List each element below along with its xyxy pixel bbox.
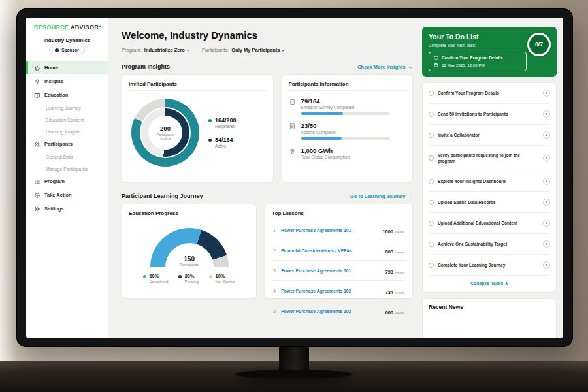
program-filter-value: Industrialize Zero [144,47,185,53]
legend-value: 164/200 [215,117,237,123]
views-suffix: views [395,311,404,315]
task-checkbox[interactable] [429,221,434,226]
donut-center: 200 Participants Invited [148,116,182,150]
sponsor-badge[interactable]: Sponsor [49,46,84,54]
participants-filter-label: Participants: [202,47,229,53]
filter-bar: Program: Industrialize Zero ▾ Participan… [122,47,413,53]
chevron-right-icon[interactable]: › [543,199,550,206]
task-label: Verify participants requesting to join t… [438,152,524,164]
task-row[interactable]: Send 50 Invitations to Participants › [429,104,550,125]
collapse-tasks-link[interactable]: Collapse Tasks ∧ [429,276,550,292]
legend-value: 30% [184,273,199,279]
link-label: Check More Insights [357,64,405,70]
task-label: Confirm Your Program Details [438,90,524,96]
task-checkbox[interactable] [429,133,434,138]
lesson-views: 793 [385,269,393,275]
views-suffix: views [395,250,404,254]
lesson-link[interactable]: Financial Considerations - VPPAs [281,248,352,253]
lesson-link[interactable]: Power Purchase Agreements 103 [281,309,351,314]
lesson-link[interactable]: Power Purchase Agreements 101 [281,228,351,233]
learning-cards-row: Education Progress 150 Participants 60% [122,204,413,299]
task-row[interactable]: Invite a Collaborator › [429,125,550,146]
logo-plus: + [99,24,101,29]
legend-name: Not Started [215,280,235,284]
chevron-right-icon[interactable]: › [543,220,550,227]
lesson-row: 1 Power Purchase Agreements 101 1000view… [272,220,406,240]
progress-bar-track [301,112,389,115]
calendar-icon [434,63,438,67]
chevron-right-icon[interactable]: › [543,155,550,162]
sidebar-item-learning-insights[interactable]: Learning Insights [26,125,108,137]
sidebar-item-general-data[interactable]: General Data [26,151,108,163]
recent-news-card: Recent News [422,298,557,338]
participants-filter-dropdown[interactable]: Participants: Only My Participants ▾ [202,47,284,53]
program-filter-label: Program: [122,47,142,53]
org-name: Industry Dynamics [26,37,108,43]
donut-center-value: 200 [160,125,171,132]
views-suffix: views [395,291,404,295]
task-row[interactable]: Verify participants requesting to join t… [429,146,550,171]
sidebar-item-label: Manage Participants [46,167,88,171]
lesson-views: 803 [385,249,393,255]
task-label: Explore Your Insights Dashboard [438,178,524,184]
task-checkbox[interactable] [429,112,434,117]
sidebar-item-label: Program [44,178,65,184]
legend-item-completed: 60% Completed [143,273,168,284]
sidebar-item-participants[interactable]: Participants [26,137,108,151]
task-row[interactable]: Complete Your Learning Journey › [429,255,550,276]
sidebar-item-insights[interactable]: Insights [26,74,108,88]
lesson-link[interactable]: Power Purchase Agreements 101 [281,269,351,273]
program-filter-dropdown[interactable]: Program: Industrialize Zero ▾ [122,47,189,53]
lesson-rank: 3 [273,269,281,273]
chevron-right-icon[interactable]: › [543,240,550,248]
task-row[interactable]: Explore Your Insights Dashboard › [429,171,550,192]
chevron-right-icon[interactable]: › [543,261,550,269]
lesson-row: 2 Financial Considerations - VPPAs 803vi… [272,240,406,261]
task-checkbox[interactable] [429,200,434,205]
lesson-link[interactable]: Power Purchase Agreements 102 [281,289,351,293]
task-label: Upload Spend Data Records [438,199,524,205]
go-to-learning-journey-link[interactable]: Go to Learning Journey → [350,193,413,199]
info-rows: 79/164 Emission Survey Completed 23/50 A… [289,91,406,159]
gauge-center: 150 Participants [150,255,229,267]
chevron-right-icon[interactable]: › [543,131,550,139]
next-task-due: 12 May 2025, 12:00 PM [442,63,485,67]
task-row[interactable]: Upload Spend Data Records › [429,192,550,213]
sidebar-item-learning-journey[interactable]: Learning Journey [26,102,108,114]
task-checkbox[interactable] [429,91,434,96]
lesson-views: 734 [385,289,393,295]
education-icon [34,92,41,99]
sidebar-item-program[interactable]: Program [26,174,108,188]
task-checkbox[interactable] [429,179,434,184]
sponsor-badge-label: Sponsor [61,48,78,52]
task-checkbox[interactable] [429,155,434,161]
sidebar-item-label: Take Action [44,192,72,198]
lesson-rank: 1 [273,228,281,233]
next-task-box[interactable]: Confirm Your Program Details 12 May 2025… [429,52,527,71]
chevron-right-icon[interactable]: › [543,110,550,118]
sidebar-item-label: Participants [44,141,73,147]
task-checkbox[interactable] [429,263,434,268]
sidebar-item-take-action[interactable]: Take Action [26,188,108,202]
lesson-views: 600 [385,310,393,316]
todo-task-list: Confirm Your Program Details › Send 50 I… [422,82,557,293]
task-row[interactable]: Upload Additional Educational Content › [429,213,550,234]
sidebar-item-home[interactable]: Home [26,61,108,74]
sidebar-item-label: General Data [46,155,73,159]
sidebar-item-education-content[interactable]: Education Content [26,114,108,125]
task-checkbox[interactable] [429,242,434,247]
sidebar-item-settings[interactable]: Settings [26,202,108,216]
task-row[interactable]: Confirm Your Program Details › [429,83,550,104]
sidebar-item-manage-participants[interactable]: Manage Participants [26,163,108,174]
settings-gear-icon [34,206,41,212]
check-more-insights-link[interactable]: Check More Insights → [357,64,413,70]
sidebar-item-education[interactable]: Education [26,88,108,102]
logo-resource: RESOURCE [34,24,69,31]
education-gauge: 150 Participants [150,228,229,267]
learning-journey-header: Participant Learning Journey Go to Learn… [122,193,413,199]
chevron-right-icon[interactable]: › [543,178,550,185]
sidebar-item-label: Home [44,65,58,71]
chevron-right-icon[interactable]: › [543,90,550,97]
task-row[interactable]: Achieve One Sustainability Target › [429,234,550,255]
legend-name: Registered [215,124,237,129]
